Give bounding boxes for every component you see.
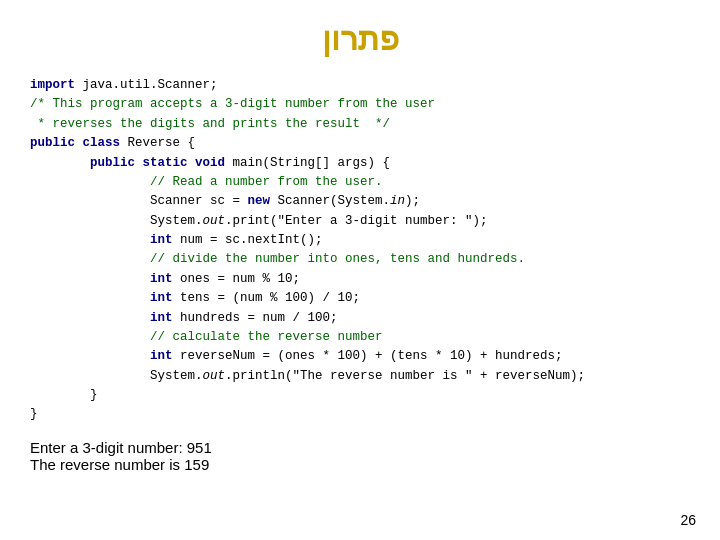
output-line1: Enter a 3-digit number: 951 bbox=[30, 439, 690, 456]
slide-title: פתרון bbox=[30, 20, 690, 58]
page-number: 26 bbox=[680, 512, 696, 528]
code-block: import java.util.Scanner; /* This progra… bbox=[30, 76, 690, 425]
slide: פתרון import java.util.Scanner; /* This … bbox=[0, 0, 720, 540]
output-line2: The reverse number is 159 bbox=[30, 456, 690, 473]
output-section: Enter a 3-digit number: 951 The reverse … bbox=[30, 439, 690, 473]
